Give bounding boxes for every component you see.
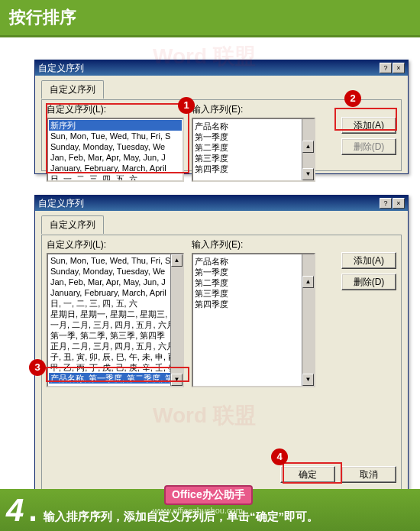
list-item[interactable]: Jan, Feb, Mar, Apr, May, Jun, J [49,277,182,287]
list-item[interactable]: January, February, March, April [49,287,182,298]
step-badge: 1 [178,97,195,114]
entry-label: 输入序列(E): [192,103,315,116]
left-list-label: 自定义序列(L): [47,103,184,116]
custom-list-box[interactable]: 新序列 Sun, Mon, Tue, Wed, Thu, Fri, S Sund… [47,118,184,182]
brand-badge: Office办公助手 [164,485,253,505]
close-icon[interactable]: × [393,63,405,73]
list-item[interactable]: 子, 丑, 寅, 卯, 辰, 巳, 午, 未, 申, 酉 [49,351,182,362]
scroll-up-icon[interactable]: ▲ [171,254,183,267]
brand-url: www.officezhushou.com [153,506,243,515]
list-item[interactable]: 正月, 二月, 三月, 四月, 五月, 六月 [49,341,182,351]
list-item[interactable]: Sun, Mon, Tue, Wed, Thu, Fri, S [49,131,182,141]
titlebar: 自定义序列 ? × [35,196,408,211]
titlebar: 自定义序列 ? × [35,60,408,76]
list-item[interactable]: Sunday, Monday, Tuesday, We [49,266,182,277]
list-item[interactable]: 星期日, 星期一, 星期二, 星期三, [49,309,182,319]
list-item[interactable]: Sunday, Monday, Tuesday, We [49,141,182,152]
tab-custom-list[interactable]: 自定义序列 [41,80,104,99]
list-item[interactable]: 产品名称, 第一季度, 第二季度, 第 [49,373,182,384]
scroll-down-icon[interactable]: ▼ [302,374,314,386]
left-list-label: 自定义序列(L): [47,238,184,251]
help-icon[interactable]: ? [380,63,392,73]
custom-list-box[interactable]: Sun, Mon, Tue, Wed, Thu, Fri, S Sunday, … [47,253,184,387]
scroll-down-icon[interactable]: ▼ [171,374,183,386]
list-item[interactable]: Jan, Feb, Mar, Apr, May, Jun, J [49,152,182,163]
list-item[interactable]: January, February, March, April [49,163,182,173]
entry-textarea[interactable]: 产品名称 第一季度 第二季度 第三季度 第四季度 ▲ ▼ [192,118,315,182]
add-button[interactable]: 添加(A) [341,252,396,269]
list-item[interactable]: 第一季, 第二季, 第三季, 第四季 [49,330,182,341]
close-icon[interactable]: × [393,198,405,209]
dialog-title: 自定义序列 [38,62,84,75]
tab-custom-list[interactable]: 自定义序列 [41,215,104,234]
list-item[interactable]: 甲, 乙, 丙, 丁, 戊, 己, 庚, 辛, 壬, 癸 [49,362,182,373]
scroll-up-icon[interactable]: ▲ [302,141,314,153]
footer-banner: 4 . Office办公助手 www.officezhushou.com 输入排… [0,489,420,531]
step-dot: . [28,492,37,529]
custom-list-dialog-1: 自定义序列 ? × 自定义序列 自定义序列(L): 新序列 Sun, Mon, … [34,60,409,174]
dialog-title: 自定义序列 [38,197,84,210]
step-badge: 2 [344,90,361,107]
ok-button[interactable]: 确定 [280,466,335,483]
list-item[interactable]: Sun, Mon, Tue, Wed, Thu, Fri, S [49,255,182,266]
delete-button[interactable]: 删除(D) [341,274,396,290]
list-item[interactable]: 新序列 [49,120,182,131]
add-button[interactable]: 添加(A) [341,117,396,134]
list-item[interactable]: 日, 一, 二, 三, 四, 五, 六 [49,173,182,182]
scroll-down-icon[interactable]: ▼ [302,168,314,180]
custom-list-dialog-2: 自定义序列 ? × 自定义序列 自定义序列(L): Sun, Mon, Tue,… [34,195,409,493]
entry-label: 输入序列(E): [192,238,315,251]
page-title: 按行排序 [0,0,420,37]
step-badge: 4 [271,448,288,465]
entry-textarea[interactable]: 产品名称 第一季度 第二季度 第三季度 第四季度 ▲ ▼ [192,253,315,387]
step-badge: 3 [29,359,46,376]
list-item[interactable]: 一月, 二月, 三月, 四月, 五月, 六月 [49,319,182,330]
delete-button: 删除(D) [341,138,396,155]
scroll-up-icon[interactable]: ▲ [302,276,314,288]
list-item[interactable]: 日, 一, 二, 三, 四, 五, 六 [49,298,182,309]
cancel-button[interactable]: 取消 [341,466,396,483]
help-icon[interactable]: ? [380,198,392,209]
step-number: 4 [6,492,24,529]
